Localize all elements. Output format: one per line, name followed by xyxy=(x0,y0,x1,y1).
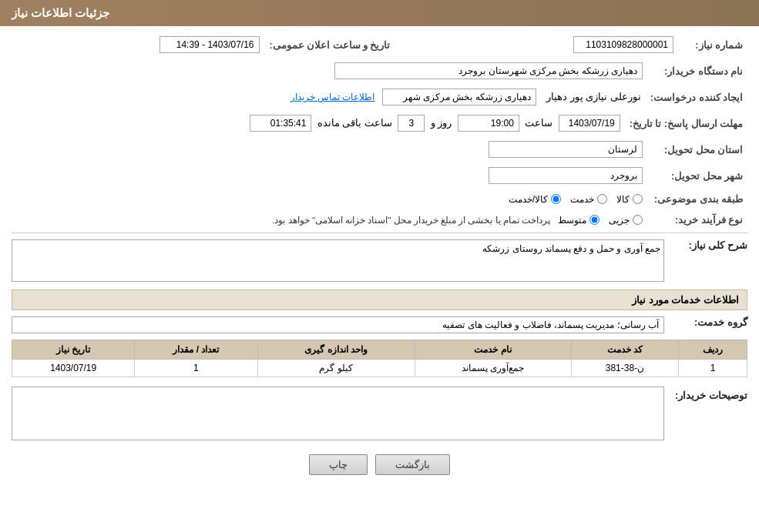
buyer-notes-label: توصیحات خریدار: xyxy=(670,386,747,401)
creator-org-display: دهیاری زرشکه بخش مرکزی شهر xyxy=(382,89,536,105)
description-text: جمع آوری و حمل و دفع پسماند روستای زرشکه xyxy=(482,243,660,254)
datetime-display: 1403/07/16 - 14:39 xyxy=(160,36,260,53)
col-need-date: تاریخ نیاز xyxy=(12,340,135,360)
purchase-jozyi-label: جزیی xyxy=(609,215,630,226)
buyer-org-value: دهیاری زرشکه بخش مرکزی شهرستان بروجرد xyxy=(12,60,647,82)
creator-name: نورعلی نیازی پور دهیار xyxy=(546,92,640,102)
need-number-display: 1103109828000001 xyxy=(573,36,673,53)
buyer-org-label: نام دستگاه خریدار: xyxy=(647,60,747,82)
services-table: ردیف کد خدمت نام خدمت واحد اندازه گیری ت… xyxy=(12,340,747,377)
buyer-org-display: دهیاری زرشکه بخش مرکزی شهرستان بروجرد xyxy=(334,62,643,79)
purchase-type-label: نوع فرآیند خرید: xyxy=(647,212,747,228)
purchase-note: پرداخت تمام یا بخشی از مبلغ خریدار محل "… xyxy=(272,215,550,226)
cell-service_code: ن-38-381 xyxy=(571,360,678,377)
need-number-label: شماره نیاز: xyxy=(678,34,747,55)
deadline-label: مهلت ارسال پاسخ: تا تاریخ: xyxy=(625,112,747,134)
category-khedmat-label: خدمت xyxy=(570,194,594,205)
buyer-notes-textarea[interactable] xyxy=(12,386,664,440)
service-group-label: گروه خدمت: xyxy=(670,316,747,328)
creator-label: ایجاد کننده درخواست: xyxy=(646,86,747,108)
category-kala-khedmat-option[interactable]: کالا/خدمت xyxy=(509,194,561,205)
category-kala-radio[interactable] xyxy=(633,194,643,204)
description-container: جمع آوری و حمل و دفع پسماند روستای زرشکه xyxy=(12,239,664,282)
col-unit: واحد اندازه گیری xyxy=(257,340,415,360)
description-value: جمع آوری و حمل و دفع پسماند روستای زرشکه xyxy=(12,239,664,282)
purchase-jozyi-option[interactable]: جزیی xyxy=(609,215,643,226)
print-button[interactable]: چاپ xyxy=(309,454,368,475)
deadline-remaining-display: 01:35:41 xyxy=(250,115,311,132)
creator-contact-link[interactable]: اطلاعات تماس خریدار xyxy=(291,92,375,102)
datetime-value: 1403/07/16 - 14:39 xyxy=(12,34,264,55)
deadline-days-label: روز و xyxy=(431,118,452,129)
deadline-time-display: 19:00 xyxy=(458,115,519,132)
service-group-value: آب رسانی؛ مدیریت پسماند، فاضلاب و فعالیت… xyxy=(12,316,664,333)
buyer-notes-container[interactable] xyxy=(12,386,664,443)
city-value: بروجرد xyxy=(12,165,647,186)
page-title: جزئیات اطلاعات نیاز xyxy=(12,6,109,19)
city-display: بروجرد xyxy=(489,167,643,184)
province-display: لرستان xyxy=(489,141,643,158)
category-label: طبقه بندی موضوعی: xyxy=(647,191,747,207)
page-header: جزئیات اطلاعات نیاز xyxy=(0,0,759,26)
description-label: شرح کلی نیاز: xyxy=(670,239,747,251)
service-group-container: آب رسانی؛ مدیریت پسماند، فاضلاب و فعالیت… xyxy=(12,316,664,333)
province-value: لرستان xyxy=(12,139,647,160)
category-khedmat-radio[interactable] xyxy=(597,194,607,204)
cell-unit: کیلو گرم xyxy=(257,360,415,377)
table-row: 1ن-38-381جمع‌آوری پسماندکیلو گرم11403/07… xyxy=(12,360,747,377)
col-quantity: تعداد / مقدار xyxy=(135,340,257,360)
col-row-num: ردیف xyxy=(679,340,747,360)
cell-service_name: جمع‌آوری پسماند xyxy=(415,360,571,377)
purchase-motavasset-option[interactable]: متوسط xyxy=(558,215,599,226)
purchase-motavasset-label: متوسط xyxy=(558,215,586,226)
purchase-jozyi-radio[interactable] xyxy=(633,215,643,225)
purchase-motavasset-radio[interactable] xyxy=(589,215,599,225)
cell-quantity: 1 xyxy=(135,360,257,377)
deadline-days-display: 3 xyxy=(398,115,425,132)
deadline-time-label: ساعت xyxy=(525,118,552,129)
category-kala-khedmat-label: کالا/خدمت xyxy=(509,194,548,205)
province-label: استان محل تحویل: xyxy=(647,139,747,160)
need-number-value: 1103109828000001 xyxy=(426,34,679,55)
city-label: شهر محل تحویل: xyxy=(647,165,747,186)
cell-row_num: 1 xyxy=(679,360,747,377)
deadline-date-display: 1403/07/19 xyxy=(559,115,620,132)
category-kala-khedmat-radio[interactable] xyxy=(551,194,561,204)
back-button[interactable]: بازگشت xyxy=(375,454,450,475)
cell-need_date: 1403/07/19 xyxy=(12,360,135,377)
services-section-title: اطلاعات خدمات مورد نیاز xyxy=(12,289,747,310)
category-kala-option[interactable]: کالا xyxy=(616,194,643,205)
deadline-remaining-label: ساعت باقی مانده xyxy=(317,118,392,129)
button-bar: بازگشت چاپ xyxy=(12,454,747,475)
col-service-name: نام خدمت xyxy=(415,340,571,360)
datetime-label: تاریخ و ساعت اعلان عمومی: xyxy=(264,34,395,55)
category-kala-label: کالا xyxy=(616,194,630,205)
category-khedmat-option[interactable]: خدمت xyxy=(570,194,607,205)
col-service-code: کد خدمت xyxy=(571,340,678,360)
